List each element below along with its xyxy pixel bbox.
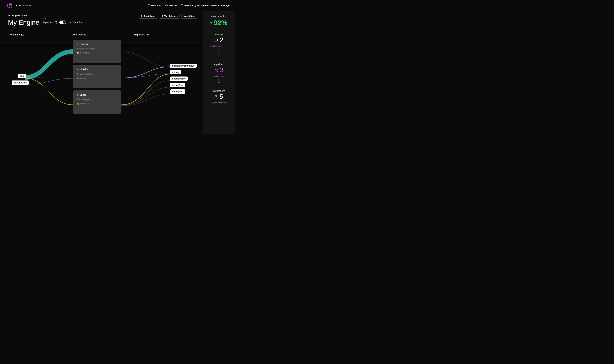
svg-point-4	[9, 3, 12, 5]
svg-line-11	[9, 15, 10, 16]
svg-point-6	[11, 4, 11, 4]
exporter-debug-bar[interactable]: debug/bar	[170, 83, 185, 87]
svg-rect-14	[56, 23, 57, 23]
top-listeners-button[interactable]: Top listeners	[159, 14, 180, 19]
main-content: Engine home My Engine ALPHA Pipelines Da…	[0, 11, 203, 134]
listeners-icon	[161, 15, 163, 17]
help-icon	[148, 4, 150, 7]
alpha-badge: ALPHA	[41, 18, 46, 20]
input-icon	[214, 39, 218, 42]
destinations-block: Destinations 5 23,753 messages	[203, 90, 235, 108]
pipelines-label: Pipelines	[43, 21, 53, 24]
engine-icon	[8, 14, 11, 17]
exporter-debug-acme[interactable]: debug/acme	[170, 77, 188, 81]
svg-rect-13	[56, 21, 57, 22]
data-reduction-block: Data reduction 92%	[203, 15, 235, 30]
sources-block: Sources 2 315,490 messages	[203, 33, 235, 60]
datatype-traces-card[interactable]: Traces 291,136 messages 2processors	[73, 40, 121, 63]
talkers-icon	[141, 15, 143, 17]
logo[interactable]: mydecisive.ai	[5, 2, 31, 8]
svg-point-15	[141, 15, 142, 16]
page-title: My Engine ALPHA	[8, 19, 39, 26]
dataflow-label: Data flow	[73, 21, 82, 24]
datatype-logs-card[interactable]: Logs 602 messages 2processors	[73, 91, 121, 114]
topbar: mydecisive.ai Help docs Website Past hou…	[0, 0, 235, 11]
svg-point-5	[10, 4, 10, 4]
receiver-hostmetrics[interactable]: hostmetrics	[12, 80, 29, 85]
more-filters-button[interactable]: More filters	[181, 14, 197, 19]
exporters-header: Exporters (5)	[134, 33, 193, 38]
svg-rect-20	[217, 71, 218, 72]
flag-icon	[215, 95, 218, 98]
svg-rect-18	[215, 69, 216, 70]
svg-rect-9	[166, 5, 167, 6]
help-docs-link[interactable]: Help docs	[148, 4, 162, 7]
logo-text: mydecisive.ai	[14, 4, 31, 7]
svg-rect-12	[55, 21, 56, 22]
logo-icon	[5, 2, 12, 8]
pipelines-icon	[55, 21, 57, 24]
arrow-down-icon	[210, 22, 213, 24]
top-talkers-button[interactable]: Top talkers	[138, 14, 157, 19]
pipelines-icon	[214, 68, 218, 72]
chevron-down-icon	[205, 49, 232, 54]
receivers-header: Receivers (2)	[10, 33, 68, 38]
svg-rect-19	[217, 69, 218, 70]
dataflow-icon	[68, 21, 71, 24]
history-icon	[181, 4, 183, 7]
browser-icon	[165, 4, 168, 7]
exporter-debug-foo[interactable]: debug/foo	[170, 90, 185, 94]
time-range-picker[interactable]: Past hour (Last updated: a few seconds a…	[181, 4, 230, 7]
svg-point-16	[162, 15, 163, 16]
view-toggle[interactable]	[59, 21, 66, 24]
datatypes-header: Data types (3)	[72, 33, 130, 38]
datatype-metrics-card[interactable]: Metrics 47,506 messages 1processor	[73, 65, 121, 88]
receiver-otlp[interactable]: otlp	[18, 74, 26, 78]
website-link[interactable]: Website	[165, 4, 177, 7]
pipelines-block: Pipelines 3 active now	[203, 60, 235, 90]
exporter-debug[interactable]: debug	[170, 70, 181, 74]
chevron-down-icon	[205, 79, 232, 84]
flow-canvas: otlp hostmetrics Traces 291,136 messages…	[0, 38, 203, 134]
exporter-otlphttp-prometheus[interactable]: otlphttp/prometheus	[170, 64, 197, 68]
summary-sidebar: Data reduction 92% Sources 2 315,490 mes…	[203, 11, 235, 134]
